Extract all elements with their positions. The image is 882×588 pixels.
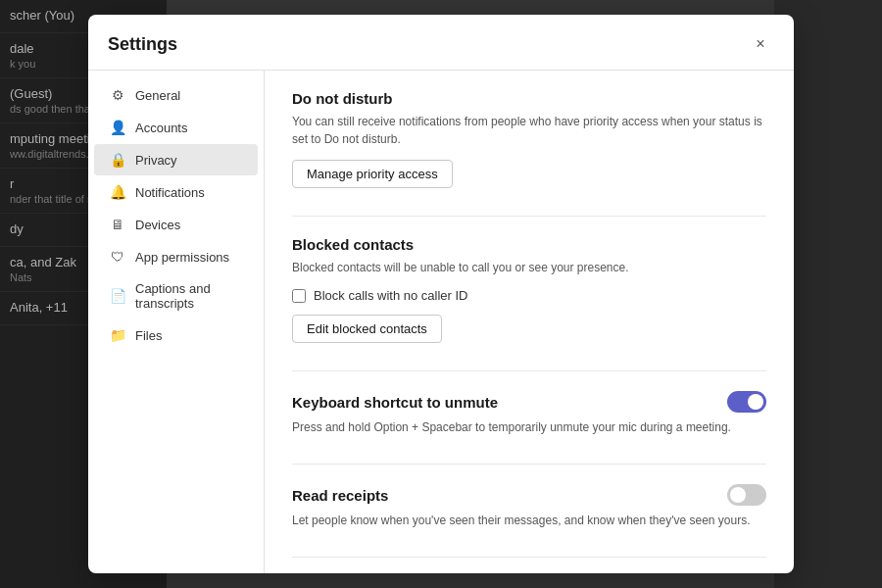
app-permissions-icon: 🛡 (110, 249, 125, 265)
dnd-title: Do not disturb (292, 90, 766, 107)
dnd-description: You can still receive notifications from… (292, 113, 766, 148)
sidebar-item-captions[interactable]: 📄Captions and transcripts (94, 273, 258, 318)
keyboard-shortcut-title: Keyboard shortcut to unmute (292, 394, 498, 411)
sidebar-item-accounts[interactable]: 👤Accounts (94, 112, 258, 143)
notifications-icon: 🔔 (110, 184, 125, 200)
privacy-icon: 🔒 (110, 152, 125, 168)
close-button[interactable]: × (747, 30, 774, 58)
sidebar-item-label: Devices (135, 218, 180, 232)
devices-icon: 🖥 (110, 217, 125, 232)
captions-icon: 📄 (110, 288, 125, 304)
blocked-contacts-section: Blocked contacts Blocked contacts will b… (292, 236, 766, 343)
keyboard-shortcut-description: Press and hold Option + Spacebar to temp… (292, 418, 766, 436)
keyboard-shortcut-section: Keyboard shortcut to unmute Press and ho… (292, 391, 766, 436)
keyboard-shortcut-row: Keyboard shortcut to unmute (292, 391, 766, 413)
toggle-knob (730, 487, 746, 503)
sidebar-item-privacy[interactable]: 🔒Privacy (94, 144, 258, 175)
block-no-caller-checkbox[interactable] (292, 289, 306, 303)
do-not-disturb-section: Do not disturb You can still receive not… (292, 90, 766, 188)
sidebar-item-devices[interactable]: 🖥Devices (94, 209, 258, 240)
sidebar-item-files[interactable]: 📁Files (94, 319, 258, 351)
blocked-contacts-title: Blocked contacts (292, 236, 766, 253)
read-receipts-toggle[interactable] (727, 484, 766, 506)
block-no-caller-label: Block calls with no caller ID (314, 288, 468, 303)
settings-modal: Settings × ⚙General👤Accounts🔒Privacy🔔Not… (88, 15, 794, 573)
modal-header: Settings × (88, 15, 794, 71)
divider-4 (292, 557, 766, 558)
divider-3 (292, 464, 766, 465)
toggle-slider (727, 391, 766, 413)
sidebar-item-label: Privacy (135, 153, 177, 168)
read-receipts-title: Read receipts (292, 487, 388, 504)
general-icon: ⚙ (110, 87, 125, 103)
sidebar-item-label: App permissions (135, 250, 229, 265)
read-receipts-description: Let people know when you've seen their m… (292, 512, 766, 529)
settings-sidebar: ⚙General👤Accounts🔒Privacy🔔Notifications🖥… (88, 71, 265, 573)
sidebar-item-app-permissions[interactable]: 🛡App permissions (94, 241, 258, 272)
divider-2 (292, 370, 766, 371)
manage-priority-button[interactable]: Manage priority access (292, 160, 453, 188)
block-no-caller-row: Block calls with no caller ID (292, 288, 766, 303)
sidebar-item-label: General (135, 88, 180, 103)
sidebar-item-label: Captions and transcripts (135, 281, 242, 311)
accounts-icon: 👤 (110, 120, 125, 135)
read-receipts-section: Read receipts Let people know when you'v… (292, 484, 766, 529)
blocked-contacts-description: Blocked contacts will be unable to call … (292, 259, 766, 276)
modal-title: Settings (108, 34, 177, 55)
sidebar-item-label: Notifications (135, 185, 205, 200)
toggle-slider (727, 484, 766, 506)
read-receipts-row: Read receipts (292, 484, 766, 506)
files-icon: 📁 (110, 327, 125, 343)
divider-1 (292, 216, 766, 217)
keyboard-shortcut-toggle[interactable] (727, 391, 766, 413)
settings-content: Do not disturb You can still receive not… (265, 71, 794, 573)
sidebar-item-notifications[interactable]: 🔔Notifications (94, 176, 258, 208)
edit-blocked-contacts-button[interactable]: Edit blocked contacts (292, 315, 442, 343)
sidebar-item-label: Files (135, 328, 162, 343)
modal-overlay: Settings × ⚙General👤Accounts🔒Privacy🔔Not… (0, 0, 882, 588)
sidebar-item-general[interactable]: ⚙General (94, 79, 258, 111)
sidebar-item-label: Accounts (135, 121, 187, 135)
toggle-knob (748, 394, 763, 410)
modal-body: ⚙General👤Accounts🔒Privacy🔔Notifications🖥… (88, 71, 794, 573)
